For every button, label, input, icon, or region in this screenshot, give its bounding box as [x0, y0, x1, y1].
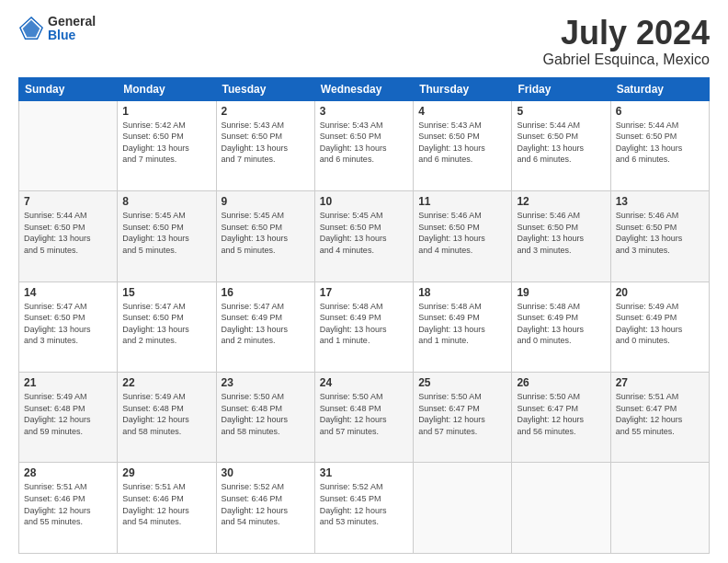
day-number: 13 [616, 195, 704, 208]
day-info: Sunrise: 5:46 AM Sunset: 6:50 PM Dayligh… [616, 210, 704, 256]
title-block: July 2024 Gabriel Esquinca, Mexico [543, 15, 710, 68]
day-info: Sunrise: 5:44 AM Sunset: 6:50 PM Dayligh… [517, 120, 605, 166]
table-row: 28Sunrise: 5:51 AM Sunset: 6:46 PM Dayli… [19, 463, 118, 554]
table-row: 7Sunrise: 5:44 AM Sunset: 6:50 PM Daylig… [19, 191, 118, 282]
table-row: 23Sunrise: 5:50 AM Sunset: 6:48 PM Dayli… [216, 373, 314, 463]
day-info: Sunrise: 5:42 AM Sunset: 6:50 PM Dayligh… [122, 120, 210, 166]
table-row: 3Sunrise: 5:43 AM Sunset: 6:50 PM Daylig… [314, 100, 413, 190]
day-info: Sunrise: 5:50 AM Sunset: 6:48 PM Dayligh… [320, 391, 408, 437]
logo-icon [18, 16, 44, 41]
table-row: 11Sunrise: 5:46 AM Sunset: 6:50 PM Dayli… [414, 191, 512, 282]
day-info: Sunrise: 5:52 AM Sunset: 6:45 PM Dayligh… [320, 481, 408, 527]
day-info: Sunrise: 5:46 AM Sunset: 6:50 PM Dayligh… [418, 210, 506, 256]
day-info: Sunrise: 5:51 AM Sunset: 6:47 PM Dayligh… [616, 391, 704, 437]
day-number: 28 [24, 466, 112, 479]
calendar-header-row: Sunday Monday Tuesday Wednesday Thursday… [19, 77, 710, 100]
day-number: 25 [418, 376, 506, 389]
table-row: 14Sunrise: 5:47 AM Sunset: 6:50 PM Dayli… [19, 282, 118, 372]
day-number: 4 [418, 105, 506, 118]
day-info: Sunrise: 5:48 AM Sunset: 6:49 PM Dayligh… [418, 301, 506, 347]
day-number: 20 [616, 286, 704, 299]
day-number: 17 [320, 286, 408, 299]
day-info: Sunrise: 5:48 AM Sunset: 6:49 PM Dayligh… [320, 301, 408, 347]
table-row: 8Sunrise: 5:45 AM Sunset: 6:50 PM Daylig… [118, 191, 216, 282]
day-info: Sunrise: 5:50 AM Sunset: 6:47 PM Dayligh… [517, 391, 605, 437]
table-row: 25Sunrise: 5:50 AM Sunset: 6:47 PM Dayli… [414, 373, 512, 463]
day-info: Sunrise: 5:49 AM Sunset: 6:48 PM Dayligh… [24, 391, 112, 437]
day-number: 2 [222, 105, 310, 118]
day-number: 29 [122, 466, 210, 479]
day-info: Sunrise: 5:49 AM Sunset: 6:48 PM Dayligh… [122, 391, 210, 437]
logo-blue-text: Blue [48, 29, 96, 42]
day-info: Sunrise: 5:43 AM Sunset: 6:50 PM Dayligh… [418, 120, 506, 166]
table-row: 6Sunrise: 5:44 AM Sunset: 6:50 PM Daylig… [610, 100, 709, 190]
table-row: 16Sunrise: 5:47 AM Sunset: 6:49 PM Dayli… [216, 282, 314, 372]
main-title: July 2024 [543, 15, 710, 52]
col-sunday: Sunday [19, 77, 118, 100]
table-row: 4Sunrise: 5:43 AM Sunset: 6:50 PM Daylig… [414, 100, 512, 190]
day-number: 27 [616, 376, 704, 389]
logo: General Blue [18, 15, 96, 43]
table-row [512, 463, 610, 554]
day-number: 10 [320, 195, 408, 208]
day-number: 16 [222, 286, 310, 299]
day-number: 3 [320, 105, 408, 118]
table-row: 12Sunrise: 5:46 AM Sunset: 6:50 PM Dayli… [512, 191, 610, 282]
col-monday: Monday [118, 77, 216, 100]
col-tuesday: Tuesday [216, 77, 314, 100]
col-thursday: Thursday [414, 77, 512, 100]
day-number: 22 [122, 376, 210, 389]
table-row: 22Sunrise: 5:49 AM Sunset: 6:48 PM Dayli… [118, 373, 216, 463]
table-row: 10Sunrise: 5:45 AM Sunset: 6:50 PM Dayli… [314, 191, 413, 282]
day-info: Sunrise: 5:43 AM Sunset: 6:50 PM Dayligh… [222, 120, 310, 166]
day-info: Sunrise: 5:50 AM Sunset: 6:47 PM Dayligh… [418, 391, 506, 437]
calendar-week-row: 1Sunrise: 5:42 AM Sunset: 6:50 PM Daylig… [19, 100, 710, 190]
day-number: 31 [320, 466, 408, 479]
day-info: Sunrise: 5:47 AM Sunset: 6:50 PM Dayligh… [24, 301, 112, 347]
day-info: Sunrise: 5:46 AM Sunset: 6:50 PM Dayligh… [517, 210, 605, 256]
table-row: 26Sunrise: 5:50 AM Sunset: 6:47 PM Dayli… [512, 373, 610, 463]
day-number: 24 [320, 376, 408, 389]
calendar-table: Sunday Monday Tuesday Wednesday Thursday… [18, 77, 710, 554]
table-row: 5Sunrise: 5:44 AM Sunset: 6:50 PM Daylig… [512, 100, 610, 190]
day-info: Sunrise: 5:44 AM Sunset: 6:50 PM Dayligh… [616, 120, 704, 166]
header: General Blue July 2024 Gabriel Esquinca,… [18, 15, 710, 68]
table-row: 30Sunrise: 5:52 AM Sunset: 6:46 PM Dayli… [216, 463, 314, 554]
logo-text: General Blue [48, 15, 96, 43]
day-info: Sunrise: 5:49 AM Sunset: 6:49 PM Dayligh… [616, 301, 704, 347]
day-info: Sunrise: 5:47 AM Sunset: 6:50 PM Dayligh… [122, 301, 210, 347]
table-row: 20Sunrise: 5:49 AM Sunset: 6:49 PM Dayli… [610, 282, 709, 372]
table-row: 31Sunrise: 5:52 AM Sunset: 6:45 PM Dayli… [314, 463, 413, 554]
day-number: 6 [616, 105, 704, 118]
day-number: 21 [24, 376, 112, 389]
day-number: 8 [122, 195, 210, 208]
page: General Blue July 2024 Gabriel Esquinca,… [0, 0, 728, 563]
day-info: Sunrise: 5:51 AM Sunset: 6:46 PM Dayligh… [122, 481, 210, 527]
day-number: 9 [222, 195, 310, 208]
day-info: Sunrise: 5:45 AM Sunset: 6:50 PM Dayligh… [222, 210, 310, 256]
calendar-week-row: 28Sunrise: 5:51 AM Sunset: 6:46 PM Dayli… [19, 463, 710, 554]
day-info: Sunrise: 5:50 AM Sunset: 6:48 PM Dayligh… [222, 391, 310, 437]
day-number: 23 [222, 376, 310, 389]
day-number: 30 [222, 466, 310, 479]
subtitle: Gabriel Esquinca, Mexico [543, 52, 710, 68]
table-row: 17Sunrise: 5:48 AM Sunset: 6:49 PM Dayli… [314, 282, 413, 372]
day-info: Sunrise: 5:45 AM Sunset: 6:50 PM Dayligh… [122, 210, 210, 256]
day-number: 15 [122, 286, 210, 299]
table-row: 19Sunrise: 5:48 AM Sunset: 6:49 PM Dayli… [512, 282, 610, 372]
table-row [414, 463, 512, 554]
table-row: 15Sunrise: 5:47 AM Sunset: 6:50 PM Dayli… [118, 282, 216, 372]
day-info: Sunrise: 5:52 AM Sunset: 6:46 PM Dayligh… [222, 481, 310, 527]
day-number: 26 [517, 376, 605, 389]
table-row: 1Sunrise: 5:42 AM Sunset: 6:50 PM Daylig… [118, 100, 216, 190]
day-info: Sunrise: 5:47 AM Sunset: 6:49 PM Dayligh… [222, 301, 310, 347]
day-info: Sunrise: 5:43 AM Sunset: 6:50 PM Dayligh… [320, 120, 408, 166]
table-row: 13Sunrise: 5:46 AM Sunset: 6:50 PM Dayli… [610, 191, 709, 282]
table-row: 21Sunrise: 5:49 AM Sunset: 6:48 PM Dayli… [19, 373, 118, 463]
table-row: 9Sunrise: 5:45 AM Sunset: 6:50 PM Daylig… [216, 191, 314, 282]
day-info: Sunrise: 5:51 AM Sunset: 6:46 PM Dayligh… [24, 481, 112, 527]
table-row: 2Sunrise: 5:43 AM Sunset: 6:50 PM Daylig… [216, 100, 314, 190]
table-row [19, 100, 118, 190]
col-saturday: Saturday [610, 77, 709, 100]
day-number: 14 [24, 286, 112, 299]
